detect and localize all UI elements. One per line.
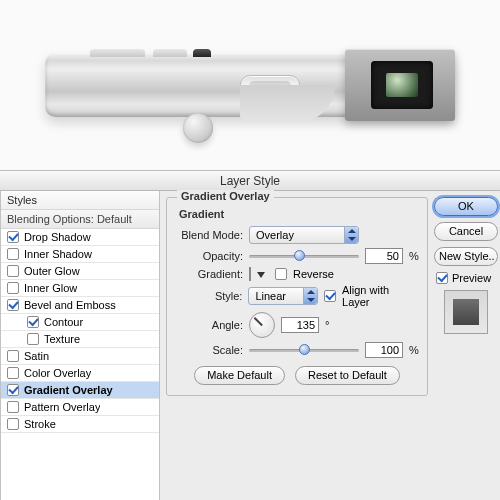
style-item-texture[interactable]: Texture (1, 331, 159, 348)
product-image (0, 0, 500, 170)
style-item-contour[interactable]: Contour (1, 314, 159, 331)
chevron-updown-icon (344, 227, 358, 243)
chevron-updown-icon (303, 288, 317, 304)
style-item-gradient-overlay[interactable]: Gradient Overlay (1, 382, 159, 399)
style-item-label: Pattern Overlay (24, 401, 100, 413)
style-checkbox[interactable] (7, 401, 19, 413)
panel-title: Gradient Overlay (177, 190, 274, 202)
gradient-swatch[interactable] (249, 268, 251, 280)
style-label: Style: (175, 290, 242, 302)
align-label: Align with Layer (342, 284, 419, 308)
make-default-button[interactable]: Make Default (194, 366, 285, 385)
ok-button[interactable]: OK (434, 197, 498, 216)
layer-style-dialog: Layer Style Styles Blending Options: Def… (0, 170, 500, 500)
style-checkbox[interactable] (7, 248, 19, 260)
style-checkbox[interactable] (27, 333, 39, 345)
reset-default-button[interactable]: Reset to Default (295, 366, 400, 385)
style-item-label: Inner Shadow (24, 248, 92, 260)
style-checkbox[interactable] (7, 350, 19, 362)
style-item-bevel-and-emboss[interactable]: Bevel and Emboss (1, 297, 159, 314)
opacity-label: Opacity: (175, 250, 243, 262)
style-item-inner-glow[interactable]: Inner Glow (1, 280, 159, 297)
angle-dial[interactable] (249, 312, 275, 338)
style-select[interactable]: Linear (248, 287, 318, 305)
style-item-label: Inner Glow (24, 282, 77, 294)
opacity-slider[interactable] (249, 250, 359, 262)
styles-list: Styles Blending Options: Default Drop Sh… (0, 191, 160, 500)
preview-checkbox[interactable] (436, 272, 448, 284)
blending-options-header[interactable]: Blending Options: Default (1, 210, 159, 229)
style-item-outer-glow[interactable]: Outer Glow (1, 263, 159, 280)
cancel-button[interactable]: Cancel (434, 222, 498, 241)
degree-sign: ° (325, 319, 329, 331)
style-checkbox[interactable] (7, 384, 19, 396)
angle-label: Angle: (175, 319, 243, 331)
style-item-label: Outer Glow (24, 265, 80, 277)
percent-sign: % (409, 344, 419, 356)
style-checkbox[interactable] (27, 316, 39, 328)
gradient-overlay-panel: Gradient Overlay Gradient Blend Mode: Ov… (160, 191, 430, 500)
style-item-drop-shadow[interactable]: Drop Shadow (1, 229, 159, 246)
style-item-label: Stroke (24, 418, 56, 430)
scale-label: Scale: (175, 344, 243, 356)
style-item-satin[interactable]: Satin (1, 348, 159, 365)
chevron-down-icon (257, 272, 265, 278)
camera-illustration (45, 53, 455, 117)
reverse-label: Reverse (293, 268, 334, 280)
blend-mode-value: Overlay (256, 229, 294, 241)
preview-swatch (444, 290, 488, 334)
style-checkbox[interactable] (7, 231, 19, 243)
reverse-checkbox[interactable] (275, 268, 287, 280)
style-checkbox[interactable] (7, 418, 19, 430)
style-item-label: Texture (44, 333, 80, 345)
style-value: Linear (255, 290, 286, 302)
style-item-label: Satin (24, 350, 49, 362)
percent-sign: % (409, 250, 419, 262)
style-item-stroke[interactable]: Stroke (1, 416, 159, 433)
panel-subtitle: Gradient (175, 204, 419, 222)
scale-input[interactable]: 100 (365, 342, 403, 358)
style-item-label: Gradient Overlay (24, 384, 113, 396)
align-checkbox[interactable] (324, 290, 336, 302)
style-item-pattern-overlay[interactable]: Pattern Overlay (1, 399, 159, 416)
style-item-color-overlay[interactable]: Color Overlay (1, 365, 159, 382)
blend-mode-select[interactable]: Overlay (249, 226, 359, 244)
styles-header[interactable]: Styles (1, 191, 159, 210)
style-checkbox[interactable] (7, 299, 19, 311)
blend-mode-label: Blend Mode: (175, 229, 243, 241)
angle-input[interactable]: 135 (281, 317, 319, 333)
style-item-label: Drop Shadow (24, 231, 91, 243)
new-style-button[interactable]: New Style.. (434, 247, 498, 266)
dialog-buttons: OK Cancel New Style.. Preview (430, 191, 500, 500)
style-checkbox[interactable] (7, 265, 19, 277)
dialog-title: Layer Style (0, 171, 500, 191)
style-item-label: Bevel and Emboss (24, 299, 116, 311)
scale-slider[interactable] (249, 344, 359, 356)
style-item-inner-shadow[interactable]: Inner Shadow (1, 246, 159, 263)
style-item-label: Color Overlay (24, 367, 91, 379)
opacity-input[interactable]: 50 (365, 248, 403, 264)
style-item-label: Contour (44, 316, 83, 328)
preview-label: Preview (452, 272, 491, 284)
style-checkbox[interactable] (7, 367, 19, 379)
gradient-label: Gradient: (175, 268, 243, 280)
style-checkbox[interactable] (7, 282, 19, 294)
